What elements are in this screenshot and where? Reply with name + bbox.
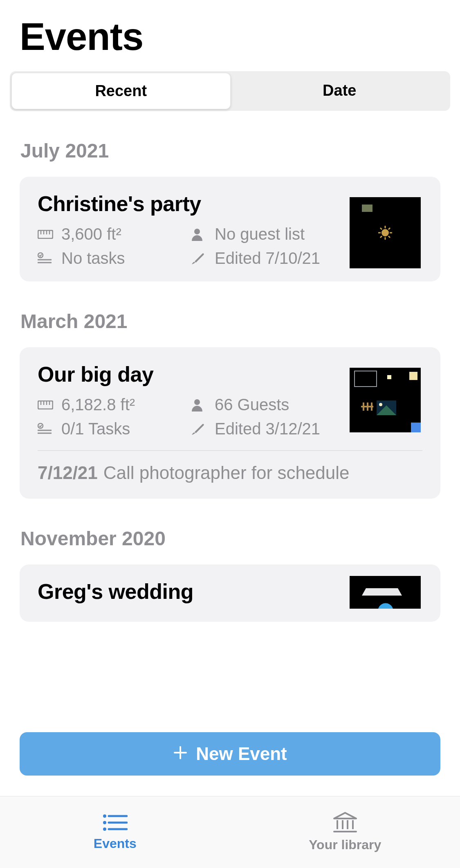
event-note-text: Call photographer for schedule [103, 461, 350, 485]
checklist-icon [38, 252, 54, 265]
event-area-text: 6,182.8 ft² [61, 396, 135, 414]
event-tasks-text: No tasks [61, 249, 125, 268]
svg-point-47 [103, 821, 106, 824]
event-guests-text: 66 Guests [215, 396, 289, 414]
event-guests: No guest list [191, 225, 340, 243]
event-card[interactable]: Our big day 6,182.8 ft² 66 Guests 0/1 Ta… [20, 347, 440, 499]
brush-icon [191, 252, 207, 265]
tabbar: Events Your library [0, 796, 460, 868]
event-card[interactable]: Greg's wedding [20, 564, 440, 622]
ruler-icon [38, 230, 54, 239]
library-icon [332, 812, 358, 833]
new-event-label: New Event [196, 744, 287, 764]
svg-rect-32 [409, 372, 417, 380]
section-header: March 2021 [20, 310, 460, 333]
event-guests: 66 Guests [191, 396, 340, 414]
tab-events[interactable]: Events [0, 796, 230, 868]
event-tasks-text: 0/1 Tasks [61, 420, 130, 438]
svg-rect-10 [362, 205, 372, 212]
list-icon [102, 813, 128, 832]
person-icon [191, 398, 207, 412]
event-edited: Edited 3/12/21 [191, 420, 340, 438]
event-thumbnail [350, 368, 421, 432]
event-area-text: 3,600 ft² [61, 225, 121, 243]
checklist-icon [38, 423, 54, 435]
svg-marker-51 [334, 813, 356, 819]
event-note-date: 7/12/21 [38, 461, 98, 485]
svg-point-39 [379, 403, 382, 406]
event-card[interactable]: Christine's party 3,600 ft² No guest lis… [20, 177, 440, 281]
svg-point-11 [381, 229, 389, 236]
event-edited: Edited 7/10/21 [191, 249, 340, 268]
svg-rect-20 [38, 401, 53, 409]
tab-library[interactable]: Your library [230, 796, 460, 868]
event-edited-text: Edited 3/12/21 [215, 420, 320, 438]
tab-library-label: Your library [309, 837, 381, 852]
svg-point-6 [38, 253, 43, 258]
svg-point-25 [194, 399, 200, 405]
event-tasks: 0/1 Tasks [38, 420, 187, 438]
section-header: November 2020 [20, 527, 460, 550]
svg-rect-31 [387, 375, 391, 379]
event-note: 7/12/21 Call photographer for schedule [38, 461, 422, 485]
svg-point-45 [103, 814, 106, 818]
person-icon [191, 228, 207, 241]
svg-point-49 [103, 828, 106, 831]
event-guests-text: No guest list [215, 225, 305, 243]
tab-recent[interactable]: Recent [11, 73, 231, 109]
svg-point-26 [38, 423, 43, 428]
event-thumbnail [350, 576, 421, 609]
new-event-button[interactable]: New Event [20, 732, 440, 776]
section-header: July 2021 [20, 139, 460, 162]
event-area: 3,600 ft² [38, 225, 187, 243]
page-title: Events [20, 15, 460, 59]
event-thumbnail [350, 197, 421, 268]
event-area: 6,182.8 ft² [38, 396, 187, 414]
tab-events-label: Events [94, 836, 137, 851]
event-tasks: No tasks [38, 249, 187, 268]
svg-marker-42 [362, 588, 402, 596]
tab-date[interactable]: Date [231, 73, 449, 109]
event-edited-text: Edited 7/10/21 [215, 249, 320, 268]
brush-icon [191, 423, 207, 435]
ruler-icon [38, 400, 54, 409]
svg-point-5 [194, 229, 200, 234]
svg-rect-40 [411, 423, 421, 432]
svg-rect-0 [38, 230, 53, 238]
plus-icon [173, 744, 188, 764]
segmented-control: Recent Date [10, 71, 450, 111]
divider [38, 450, 422, 451]
